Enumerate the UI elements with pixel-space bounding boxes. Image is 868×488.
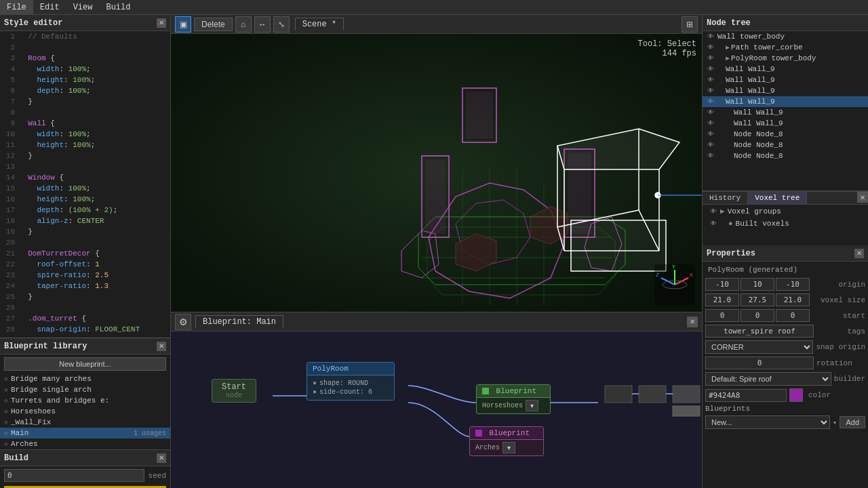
snap-origin-select[interactable]: CORNER CENTER FLOOR_CENT — [705, 340, 813, 354]
eye-icon[interactable]: 👁 — [705, 141, 716, 149]
viewport[interactable]: Tool: Select 144 fps X Y Z — [171, 34, 702, 312]
move-tool-button[interactable]: ⌂ — [235, 16, 252, 33]
eye-icon[interactable]: 👁 — [705, 33, 716, 41]
eye-icon[interactable]: 👁 — [708, 220, 719, 228]
add-blueprint-button[interactable]: Add — [840, 416, 865, 428]
eye-icon[interactable]: 👁 — [705, 65, 716, 73]
eye-icon[interactable]: 👁 — [705, 87, 716, 95]
new-blueprint-button[interactable]: New blueprint... — [4, 357, 166, 371]
tags-input[interactable] — [705, 325, 814, 338]
tree-item[interactable]: 👁 Node Node_8 — [703, 140, 868, 150]
voxel-tree-tab[interactable]: Voxel tree — [748, 192, 807, 204]
blueprint-settings-button[interactable]: ⚙ — [175, 314, 191, 330]
code-line: 11 height: 100%; — [0, 141, 170, 152]
builder-label: builder — [834, 375, 865, 383]
eye-icon[interactable]: 👁 — [705, 54, 716, 62]
tree-item[interactable]: 👁 Wall Wall_9 — [703, 75, 868, 85]
horseshoes-dropdown[interactable]: ▾ — [526, 400, 538, 411]
tree-item[interactable]: 👁 ▶ PolyRoom tower_body — [703, 53, 868, 64]
blueprint-usage-count: 1 usages — [134, 430, 166, 437]
menu-view[interactable]: View — [66, 0, 100, 14]
tree-close-button[interactable]: ✕ — [857, 192, 868, 203]
svg-rect-45 — [639, 386, 666, 403]
menu-file[interactable]: File — [0, 0, 33, 14]
tree-item[interactable]: 👁 Node Node_8 — [703, 150, 868, 161]
transform-tool-button[interactable]: ↔ — [254, 16, 271, 33]
code-line: 4 width: 100%; — [0, 65, 170, 76]
voxel-size-y-input[interactable] — [741, 293, 774, 306]
history-tab[interactable]: History — [703, 192, 748, 204]
build-close[interactable]: ✕ — [157, 453, 166, 463]
list-item[interactable]: ⟐Bridge many arches — [0, 373, 170, 384]
start-z-input[interactable] — [776, 309, 810, 322]
blueprint-icon: ⟐ — [4, 408, 8, 415]
color-swatch[interactable] — [789, 388, 803, 402]
code-line: 21 DomTurretDecor { — [0, 249, 170, 260]
eye-icon[interactable]: 👁 — [705, 108, 716, 117]
color-input[interactable] — [705, 389, 787, 402]
list-item[interactable]: ⟐Arches — [0, 439, 170, 449]
blueprint-label: Bridge single arch — [11, 386, 166, 394]
eye-icon[interactable]: 👁 — [705, 119, 716, 127]
tree-item[interactable]: 👁 Wall tower_body — [703, 31, 868, 42]
code-line: 19 } — [0, 228, 170, 239]
builder-select[interactable]: Default: Spire roof Custom — [705, 372, 831, 386]
menu-build[interactable]: Build — [99, 0, 137, 14]
tree-item[interactable]: 👁 Node Node_8 — [703, 129, 868, 140]
eye-icon[interactable]: 👁 — [705, 98, 716, 106]
voxel-tree-content: 👁 ▶ Voxel groups 👁 ● Built voxels — [703, 205, 868, 245]
voxel-item[interactable]: 👁 ▶ Voxel groups — [703, 205, 868, 218]
grid-button[interactable]: ⊞ — [682, 16, 698, 33]
origin-y-input[interactable] — [741, 278, 774, 291]
rotation-input[interactable] — [705, 357, 814, 369]
eye-icon[interactable]: 👁 — [705, 76, 716, 84]
properties-close[interactable]: ✕ — [854, 249, 864, 258]
select-tool-button[interactable]: ▣ — [175, 16, 191, 33]
eye-icon[interactable]: 👁 — [705, 152, 716, 160]
blueprints-select[interactable]: New... — [705, 415, 830, 429]
tree-item[interactable]: 👁 Wall Wall_9 — [703, 107, 868, 118]
tree-item[interactable]: 👁 Wall Wall_9 — [703, 85, 868, 96]
list-item[interactable]: ⟐Turrets and bridges e: — [0, 395, 170, 406]
eye-icon[interactable]: 👁 — [705, 43, 716, 52]
list-item[interactable]: ⟐Horseshoes — [0, 406, 170, 417]
start-node-sub: node — [222, 392, 246, 399]
list-item[interactable]: ⟐_Wall_Fix — [0, 417, 170, 428]
polyroom-node: PolyRoom ●shape: ROUND ●side-count: 6 — [307, 362, 395, 401]
style-editor-close[interactable]: ✕ — [157, 18, 166, 28]
delete-button[interactable]: Delete — [194, 18, 233, 31]
builder-row: Default: Spire roof Custom builder — [703, 371, 868, 387]
center-area: ▣ Delete ⌂ ↔ ⤡ Scene * ⊞ — [171, 15, 702, 488]
code-line: 24 taper-ratio: 1.3 — [0, 282, 170, 293]
list-item[interactable]: ⟐Bridge single arch — [0, 384, 170, 395]
start-label: start — [843, 312, 865, 320]
blueprint-horseshoes-node: Blueprint Horseshoes ▾ — [476, 384, 551, 414]
scale-tool-button[interactable]: ⤡ — [273, 16, 290, 33]
blueprint-library-close[interactable]: ✕ — [157, 342, 166, 351]
blueprint-icon: ⟐ — [4, 419, 8, 426]
arches-dropdown[interactable]: ▾ — [502, 442, 515, 453]
code-area[interactable]: 1 // Defaults 2 3 Room { 4 width: 100%; … — [0, 31, 170, 338]
tree-item-selected[interactable]: 👁 Wall Wall_9 — [703, 96, 868, 107]
origin-z-input[interactable] — [776, 278, 810, 291]
scene-tab[interactable]: Scene * — [295, 18, 344, 30]
eye-icon[interactable]: 👁 — [708, 207, 719, 216]
voxel-size-z-input[interactable] — [776, 293, 810, 306]
start-y-input[interactable] — [741, 309, 774, 322]
svg-rect-8 — [466, 92, 493, 139]
list-item-active[interactable]: ⟐Main1 usages — [0, 428, 170, 439]
start-x-input[interactable] — [705, 309, 739, 322]
seed-input[interactable] — [4, 469, 144, 482]
blueprint-tab[interactable]: Blueprint: Main — [195, 315, 283, 328]
seed-row: seed — [0, 466, 170, 485]
tree-item[interactable]: 👁 Wall Wall_9 — [703, 64, 868, 75]
blueprint-panel-close[interactable]: ✕ — [687, 317, 698, 327]
voxel-size-x-input[interactable] — [705, 293, 739, 306]
menu-edit[interactable]: Edit — [33, 0, 66, 14]
tree-item[interactable]: 👁 ▶ Path tower_corbe — [703, 42, 868, 53]
voxel-item[interactable]: 👁 ● Built voxels — [703, 218, 868, 230]
tree-item[interactable]: 👁 Wall Wall_9 — [703, 118, 868, 129]
svg-rect-46 — [673, 386, 700, 403]
eye-icon[interactable]: 👁 — [705, 130, 716, 138]
origin-x-input[interactable] — [705, 278, 739, 291]
